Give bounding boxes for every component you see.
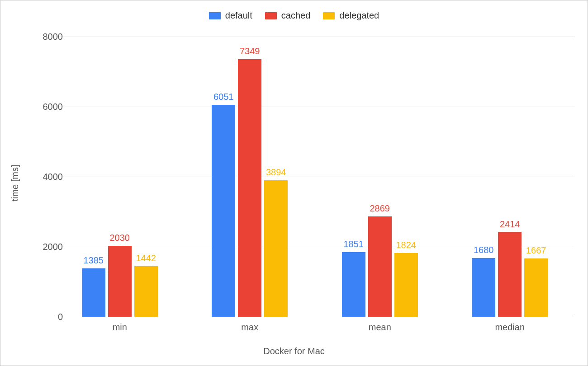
y-tick-label: 0 bbox=[31, 312, 63, 322]
bar-value-label: 3894 bbox=[266, 167, 286, 178]
x-axis-baseline bbox=[55, 317, 575, 317]
gridline bbox=[55, 247, 575, 247]
x-tick-label: median bbox=[495, 322, 525, 333]
bar-delegated-median bbox=[524, 258, 548, 317]
legend-swatch-cached bbox=[265, 12, 277, 19]
bar-value-label: 2030 bbox=[110, 233, 130, 243]
bar-cached-mean bbox=[368, 216, 392, 317]
x-tick-label: min bbox=[113, 322, 127, 333]
bar-value-label: 6051 bbox=[213, 92, 234, 102]
bar-cached-median bbox=[498, 232, 522, 317]
bar-default-min bbox=[82, 268, 105, 317]
bar-default-mean bbox=[342, 252, 365, 317]
bar-value-label: 1442 bbox=[136, 253, 156, 263]
bar-value-label: 1680 bbox=[474, 245, 494, 255]
legend-item-cached: cached bbox=[265, 10, 311, 21]
x-tick-label: max bbox=[241, 322, 258, 333]
legend-label-cached: cached bbox=[281, 10, 311, 21]
bar-default-median bbox=[472, 258, 495, 317]
legend-item-delegated: delegated bbox=[323, 10, 379, 21]
legend-label-default: default bbox=[225, 10, 252, 21]
bar-value-label: 2869 bbox=[370, 203, 390, 214]
legend-swatch-default bbox=[209, 12, 221, 19]
bar-default-max bbox=[212, 105, 235, 317]
bar-value-label: 1385 bbox=[84, 255, 104, 266]
x-tick-label: mean bbox=[369, 322, 391, 333]
bar-value-label: 1824 bbox=[396, 240, 417, 250]
x-axis-label: Docker for Mac bbox=[0, 346, 588, 357]
gridline bbox=[55, 107, 575, 107]
bar-value-label: 2414 bbox=[500, 219, 520, 230]
y-tick-label: 2000 bbox=[31, 242, 63, 252]
plot-area: 1385203014426051734938941851286918241680… bbox=[55, 37, 575, 317]
bar-value-label: 1851 bbox=[344, 239, 364, 249]
gridline bbox=[55, 177, 575, 177]
legend-label-delegated: delegated bbox=[339, 10, 379, 21]
bar-delegated-max bbox=[264, 180, 288, 317]
legend: default cached delegated bbox=[0, 10, 588, 21]
gridline bbox=[55, 37, 575, 37]
legend-swatch-delegated bbox=[323, 12, 335, 19]
y-tick-label: 6000 bbox=[31, 102, 63, 112]
legend-item-default: default bbox=[209, 10, 252, 21]
bar-cached-min bbox=[108, 246, 132, 317]
y-tick-label: 8000 bbox=[31, 32, 63, 42]
y-axis-label: time [ms] bbox=[10, 164, 20, 201]
chart-frame: default cached delegated time [ms] 13852… bbox=[0, 0, 588, 366]
y-tick-label: 4000 bbox=[31, 172, 63, 182]
bar-value-label: 7349 bbox=[240, 46, 260, 56]
bar-delegated-min bbox=[134, 266, 158, 317]
bar-delegated-mean bbox=[394, 253, 418, 317]
bar-value-label: 1667 bbox=[526, 245, 546, 256]
bar-cached-max bbox=[238, 59, 261, 317]
